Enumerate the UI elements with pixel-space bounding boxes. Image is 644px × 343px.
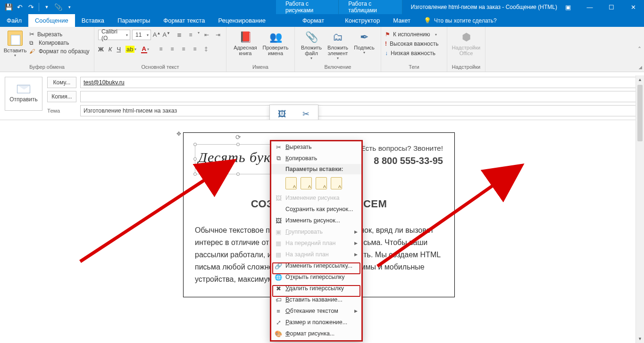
resize-handle[interactable] <box>193 143 197 146</box>
scroll-up-icon[interactable]: ▲ <box>636 75 644 84</box>
check-names-button[interactable]: 👥Проверить имена <box>260 29 291 56</box>
paste-option-4[interactable] <box>331 177 342 189</box>
follow-up-button[interactable]: ⚑К исполнению▾ <box>385 31 443 38</box>
italic-button[interactable]: К <box>109 46 112 53</box>
ctx-text-wrapping[interactable]: ≡Обтекание текстом▶ <box>271 305 361 317</box>
bullets-icon[interactable]: ≣ <box>175 31 184 39</box>
tab-insert[interactable]: Вставка <box>75 14 111 27</box>
attach-item-button[interactable]: 🗂Вложить элемент▾ <box>324 29 351 60</box>
numbering-icon[interactable]: ≡ <box>186 31 195 39</box>
scissors-icon: ✂ <box>29 31 34 38</box>
ctx-send-back: ▩На задний план▶ <box>271 249 361 260</box>
office-addins-button[interactable]: ⬢Надстройки Office <box>451 29 481 56</box>
ctx-change-picture[interactable]: 🖼Изменить рисунок... <box>271 215 361 226</box>
low-importance-icon: ↓ <box>385 50 388 57</box>
low-importance-button[interactable]: ↓Низкая важность <box>385 49 443 57</box>
crop-icon: ✂ <box>302 109 309 119</box>
paste-option-1[interactable] <box>285 177 297 189</box>
ctx-open-hyperlink[interactable]: 🌐Открыть гиперссылку <box>271 271 361 283</box>
tab-message[interactable]: Сообщение <box>28 14 75 27</box>
shrink-font-icon[interactable]: A▼ <box>162 31 170 38</box>
tab-options[interactable]: Параметры <box>111 14 157 27</box>
cc-button[interactable]: Копия... <box>47 91 76 102</box>
indent-right-icon[interactable]: ⇥ <box>214 31 222 39</box>
attach-icon[interactable]: 📎 <box>52 1 64 13</box>
address-book-button[interactable]: 📕Адресная книга <box>230 29 260 56</box>
format-painter-button[interactable]: 🖌Формат по образцу <box>29 48 90 55</box>
rotate-handle-icon[interactable]: ⟳ <box>235 133 241 141</box>
ctx-save-as-picture[interactable]: Сохранить как рисунок... <box>271 204 361 215</box>
align-right-icon[interactable]: ≡ <box>179 45 188 53</box>
underline-button[interactable]: Ч <box>117 46 121 53</box>
context-tab-table[interactable]: Работа с таблицами <box>339 0 402 14</box>
cc-field[interactable] <box>80 91 639 102</box>
close-icon[interactable]: ✕ <box>622 0 644 14</box>
context-tab-picture[interactable]: Работа с рисунками <box>276 0 339 14</box>
tags-launcher-icon[interactable]: ◢ <box>639 65 642 70</box>
qat-dropdown-icon[interactable]: ▼ <box>41 1 52 13</box>
save-icon[interactable]: 💾 <box>3 1 14 13</box>
tell-me-search[interactable]: 💡Что вы хотите сделать? <box>417 14 503 27</box>
cut-button[interactable]: ✂Вырезать <box>29 31 90 38</box>
format-painter-label: Формат по образцу <box>39 48 90 55</box>
redo-icon[interactable]: ↷ <box>25 1 37 13</box>
ctx-edit-hyperlink[interactable]: 🔗Изменить гиперссылку... <box>271 260 361 271</box>
ctx-size-position[interactable]: ⤢Размер и положение... <box>271 317 361 328</box>
paste-button[interactable]: Вставить ▾ <box>4 29 26 57</box>
tab-format-text[interactable]: Формат текста <box>157 14 211 27</box>
align-left-icon[interactable]: ≡ <box>157 45 165 53</box>
undo-icon[interactable]: ↶ <box>14 1 25 13</box>
font-name-combo[interactable]: Calibri (О <box>98 30 130 40</box>
align-center-icon[interactable]: ≡ <box>168 45 176 53</box>
to-button[interactable]: Кому... <box>47 77 76 88</box>
justify-icon[interactable]: ≡ <box>191 45 199 53</box>
paste-option-3[interactable] <box>316 177 327 189</box>
send-button[interactable]: Отправить <box>5 77 42 111</box>
grow-font-icon[interactable]: A▲ <box>153 31 161 38</box>
collapse-ribbon-icon[interactable]: ˄ <box>638 46 641 53</box>
tab-file[interactable]: Файл <box>0 14 28 27</box>
resize-handle[interactable] <box>236 143 240 146</box>
ctx-format-picture[interactable]: 🎨Формат рисунка... <box>271 328 361 339</box>
anchor-icon: ✥ <box>176 131 181 137</box>
ctx-insert-caption[interactable]: 🏷Вставить название... <box>271 294 361 305</box>
clipboard-group-label: Буфер обмена <box>4 63 90 72</box>
tab-review[interactable]: Рецензирование <box>212 14 272 27</box>
indent-left-icon[interactable]: ⇤ <box>202 31 211 39</box>
font-size-combo[interactable]: 11 <box>132 30 151 40</box>
maximize-icon[interactable]: ☐ <box>601 0 622 14</box>
copy-button[interactable]: ⧉Копировать <box>29 40 90 46</box>
resize-handle[interactable] <box>193 172 197 176</box>
ctx-cut[interactable]: ✂Вырезать <box>271 141 361 153</box>
scroll-down-icon[interactable]: ▼ <box>636 335 644 343</box>
bold-button[interactable]: Ж <box>98 46 104 53</box>
font-color-button[interactable]: A <box>141 45 147 53</box>
ctx-copy[interactable]: ⧉Копировать <box>271 153 361 164</box>
paste-option-2[interactable] <box>301 177 312 189</box>
ribbon-display-icon[interactable]: ▣ <box>557 0 579 14</box>
selected-image[interactable]: ⟳ Десять букв <box>195 144 282 174</box>
resize-handle[interactable] <box>236 172 240 176</box>
vertical-scrollbar[interactable]: ▲ ▼ <box>636 75 644 343</box>
cut-label: Вырезать <box>37 31 62 38</box>
ctx-remove-hyperlink[interactable]: ✖Удалить гиперссылку <box>271 283 361 294</box>
signature-button[interactable]: ✒Подпись▾ <box>351 29 377 55</box>
qat-more-icon[interactable]: ▾ <box>64 1 75 13</box>
attach-file-button[interactable]: 📎Вложить файл▾ <box>299 29 324 60</box>
resize-handle[interactable] <box>193 157 197 161</box>
hyperlink-icon: 🔗 <box>274 262 283 270</box>
tab-layout[interactable]: Макет <box>386 14 417 27</box>
ribbon-group-addins: ⬢Надстройки Office Надстройки <box>447 27 485 72</box>
highlight-button[interactable]: ab <box>125 46 134 53</box>
font-group-label: Основной текст <box>98 63 222 72</box>
to-field[interactable]: test@10bukv.ru <box>80 77 639 88</box>
line-spacing-icon[interactable]: ‡ <box>202 45 210 53</box>
minimize-icon[interactable]: ― <box>579 0 601 14</box>
high-importance-button[interactable]: !Высокая важность <box>385 40 443 48</box>
tab-constructor[interactable]: Конструктор <box>338 14 386 27</box>
paste-label: Вставить <box>4 48 27 53</box>
tab-format[interactable]: Формат <box>296 14 331 27</box>
scroll-thumb[interactable] <box>637 85 643 141</box>
subject-field[interactable]: Изготовление html-писем на заказ <box>80 105 639 116</box>
ribbon-group-font: Calibri (О 11 A▲ A▼ ≣ ≡ ▾ ⇤ ⇥ Ж К Ч ab▾ <box>94 27 226 72</box>
